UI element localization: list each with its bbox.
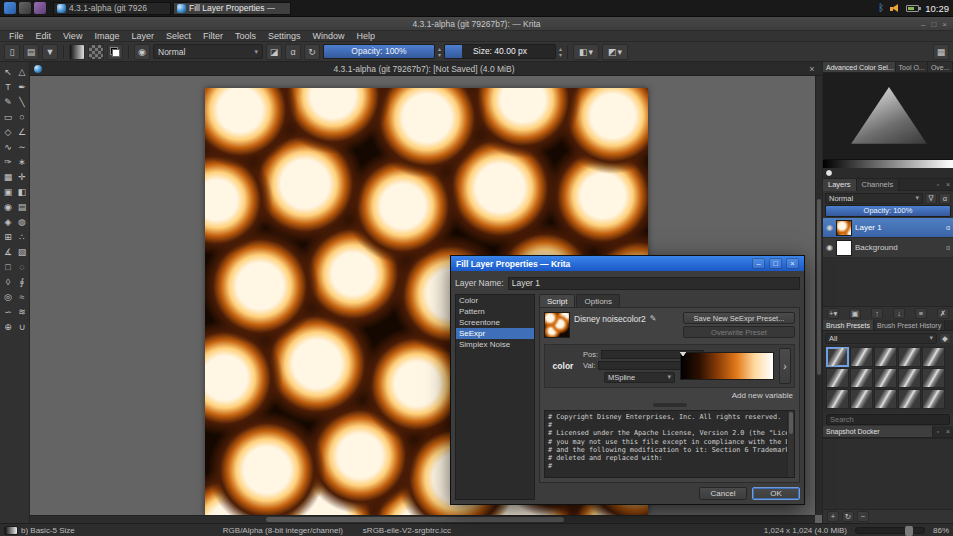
save-document-button[interactable]: ▼ xyxy=(42,44,58,60)
toolbox-tool[interactable]: ▭ xyxy=(1,109,15,124)
snapshot-docker-tab[interactable]: Snapshot Docker xyxy=(823,426,933,437)
toolbox-tool[interactable]: ≈ xyxy=(15,289,29,304)
toolbox-tool[interactable]: ◎ xyxy=(1,289,15,304)
brush-preset[interactable] xyxy=(874,347,897,367)
window-titlebar[interactable]: 4.3.1-alpha (git 79267b7): — Krita – □ × xyxy=(0,17,953,31)
opacity-slider[interactable]: Opacity: 100% xyxy=(323,44,435,59)
layer-visibility-eye-icon[interactable]: ◉ xyxy=(826,243,833,252)
menu-item[interactable]: Image xyxy=(88,31,125,42)
brush-preset[interactable] xyxy=(874,368,897,388)
dialog-titlebar[interactable]: Fill Layer Properties — Krita – □ × xyxy=(451,256,804,271)
generator-item[interactable]: Color xyxy=(456,295,534,306)
generator-item[interactable]: Simplex Noise xyxy=(456,339,534,350)
overwrite-preset-button[interactable]: Overwrite Preset xyxy=(683,326,795,338)
toolbox-tool[interactable]: ╲ xyxy=(15,94,29,109)
menu-item[interactable]: Settings xyxy=(262,31,307,42)
layer-opacity-slider[interactable]: Opacity: 100% xyxy=(825,205,951,217)
layers-docker-tab[interactable]: Layers xyxy=(823,179,857,191)
layer-blend-mode-combo[interactable]: Normal ▾ xyxy=(825,193,923,204)
layers-docker-tab[interactable]: Channels xyxy=(857,179,900,191)
toolbox-tool[interactable]: ∴ xyxy=(15,229,29,244)
menu-item[interactable]: View xyxy=(57,31,88,42)
script-scrollbar[interactable] xyxy=(787,411,794,477)
layer-row[interactable]: ◉ Background α xyxy=(823,238,953,258)
toolbox-tool[interactable]: ∼ xyxy=(15,139,29,154)
menu-item[interactable]: File xyxy=(3,31,30,42)
edit-preset-name-icon[interactable]: ✎ xyxy=(650,314,657,323)
pattern-chooser-button[interactable] xyxy=(88,44,104,60)
brush-preset[interactable] xyxy=(898,347,921,367)
toolbox-tool[interactable]: ⊕ xyxy=(1,319,15,334)
value-gradient-slider[interactable] xyxy=(823,159,953,168)
toolbox-tool[interactable]: ◍ xyxy=(15,214,29,229)
minimize-icon[interactable]: – xyxy=(921,20,925,29)
toolbox-tool[interactable]: ∠ xyxy=(15,124,29,139)
mirror-vertical-button[interactable]: ◩ ▾ xyxy=(602,44,628,60)
toolbox-tool[interactable]: ◈ xyxy=(1,214,15,229)
brush-preset[interactable] xyxy=(826,389,849,409)
advanced-color-selector[interactable] xyxy=(823,73,953,159)
brush-preset[interactable] xyxy=(850,389,873,409)
save-new-preset-button[interactable]: Save New SeExpr Preset... xyxy=(683,312,795,324)
dialog-tab[interactable]: Options xyxy=(576,294,620,307)
brush-search-input[interactable] xyxy=(826,414,950,425)
splitter-handle[interactable] xyxy=(653,403,687,407)
toolbox-tool[interactable]: ▣ xyxy=(1,184,15,199)
document-tab[interactable]: 4.3.1-alpha (git 79267b7): [Not Saved] (… xyxy=(30,62,822,76)
close-docker-icon[interactable]: × xyxy=(943,181,953,188)
toolbox-tool[interactable]: ≋ xyxy=(15,304,29,319)
brush-preset[interactable] xyxy=(826,368,849,388)
float-docker-icon[interactable]: ▫ xyxy=(933,428,943,435)
toolbox-tool[interactable]: □ xyxy=(1,259,15,274)
open-document-button[interactable]: ▤ xyxy=(23,44,39,60)
close-icon[interactable]: × xyxy=(942,20,947,29)
menu-item[interactable]: Tools xyxy=(229,31,262,42)
generator-item[interactable]: Screentone xyxy=(456,317,534,328)
close-docker-icon[interactable]: × xyxy=(943,428,953,435)
reload-preset-button[interactable]: ↻ xyxy=(304,44,320,60)
brush-docker-tab[interactable]: Brush Preset History xyxy=(874,320,945,330)
menu-item[interactable]: Help xyxy=(351,31,382,42)
volume-icon[interactable] xyxy=(890,4,900,13)
move-layer-up-button[interactable]: ↑ xyxy=(871,308,883,319)
current-color-swatch[interactable] xyxy=(825,169,833,177)
maximize-icon[interactable]: □ xyxy=(931,20,936,29)
create-snapshot-button[interactable]: + xyxy=(827,511,839,522)
brush-size-slider[interactable]: Size: 40.00 px xyxy=(444,44,556,59)
color-triangle[interactable] xyxy=(847,83,931,149)
expand-variable-button[interactable]: › xyxy=(779,348,791,384)
tray-icon[interactable] xyxy=(34,2,46,14)
tray-icon[interactable] xyxy=(19,2,31,14)
toolbox-tool[interactable]: ◉ xyxy=(1,199,15,214)
toolbox-tool[interactable]: ⊞ xyxy=(1,229,15,244)
layer-filter-icon[interactable]: ∇ xyxy=(925,193,937,204)
dialog-minimize-icon[interactable]: – xyxy=(752,258,765,269)
toolbox-tool[interactable]: ∽ xyxy=(1,304,15,319)
brush-preset[interactable] xyxy=(898,368,921,388)
duplicate-layer-button[interactable]: ▣ xyxy=(849,308,861,319)
toolbox-tool[interactable]: ↖ xyxy=(1,64,15,79)
add-new-variable-button[interactable]: Add new variable xyxy=(732,391,793,400)
toolbox-tool[interactable]: ∗ xyxy=(15,154,29,169)
docker-tab[interactable]: Ove... xyxy=(928,62,953,72)
eraser-mode-button[interactable]: ◪ xyxy=(266,44,282,60)
docker-tab[interactable]: Advanced Color Sel... xyxy=(823,62,896,72)
brush-preset[interactable] xyxy=(850,347,873,367)
horizontal-scrollbar[interactable] xyxy=(30,515,815,523)
bluetooth-icon[interactable]: ᛒ xyxy=(878,3,884,13)
toolbox-tool[interactable]: ✒ xyxy=(15,79,29,94)
toolbox-tool[interactable]: ◌ xyxy=(15,259,29,274)
toolbox-tool[interactable]: ▧ xyxy=(15,244,29,259)
dialog-tab[interactable]: Script xyxy=(539,294,575,307)
dialog-close-icon[interactable]: × xyxy=(786,258,799,269)
generator-item[interactable]: SeExpr xyxy=(456,328,534,339)
toolbox-tool[interactable]: ∮ xyxy=(15,274,29,289)
layer-visibility-eye-icon[interactable]: ◉ xyxy=(826,223,833,232)
layer-name-input[interactable] xyxy=(508,277,800,290)
toolbox-tool[interactable]: ✛ xyxy=(15,169,29,184)
battery-icon[interactable] xyxy=(906,5,919,12)
script-editor[interactable]: # Copyright Disney Enterprises, Inc. All… xyxy=(544,410,795,478)
zoom-slider[interactable] xyxy=(855,527,925,534)
tag-filter-combo[interactable]: All ▾ xyxy=(825,333,937,344)
toolbox-tool[interactable]: ◇ xyxy=(1,124,15,139)
